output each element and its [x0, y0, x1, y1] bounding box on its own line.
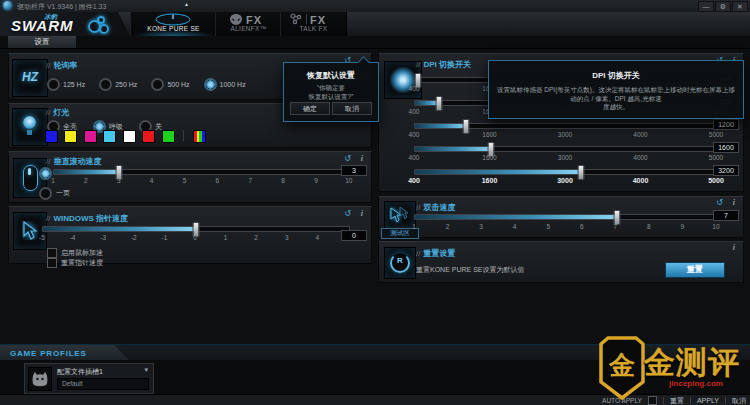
tooltip-title: DPI 切换开关: [489, 70, 743, 81]
tick-label: 1: [214, 234, 238, 241]
panel-doubleclick: 测试区 //双击速度 12345678910 7 ↺ i: [378, 196, 744, 238]
dpi-ticks: 4001600300040005000: [414, 154, 716, 161]
footer-reset-button[interactable]: 重置: [670, 396, 684, 405]
scroll-value-box: 3: [341, 165, 367, 176]
auto-apply-checkbox[interactable]: [648, 396, 657, 405]
radio-500hz[interactable]: 500 Hz: [151, 75, 189, 93]
pointer-reset-checkbox[interactable]: 重置指针速度: [47, 253, 103, 271]
nav-talkfx[interactable]: FX TALK FX: [280, 12, 347, 36]
footer-cancel-button[interactable]: 取消: [732, 396, 746, 405]
color-swatches: [45, 130, 208, 148]
color-swatch-magenta[interactable]: [84, 130, 97, 143]
tick-label: 4: [503, 223, 527, 230]
dpi-slider-3[interactable]: [414, 123, 718, 129]
doubleclick-slider[interactable]: [414, 214, 718, 220]
color-swatch-multicolor[interactable]: [193, 130, 206, 143]
divider: [663, 397, 664, 404]
pointer-ticks: -5-4-3-2-1012345: [42, 234, 348, 241]
color-swatch-blue[interactable]: [45, 130, 58, 143]
title-prefix: //: [46, 214, 50, 223]
undo-icon[interactable]: ↺: [716, 199, 723, 207]
tick-label: 3000: [553, 177, 577, 184]
color-swatch-white[interactable]: [123, 130, 136, 143]
tick-label: -3: [91, 234, 115, 241]
radio-label: 全亮: [63, 123, 77, 130]
radio-1000hz[interactable]: 1000 Hz: [204, 75, 246, 93]
settings-gear-button[interactable]: ⚙: [715, 1, 731, 12]
polling-options: 125 Hz 250 Hz 500 Hz 1000 Hz: [47, 75, 246, 93]
color-swatch-red[interactable]: [142, 130, 155, 143]
close-button[interactable]: ✕: [732, 1, 748, 12]
color-swatch-yellow[interactable]: [64, 130, 77, 143]
radio-scroll-one-page[interactable]: [39, 187, 52, 200]
roccat-cat-icon: [28, 367, 52, 391]
chevron-down-icon[interactable]: ▾: [144, 366, 148, 374]
tick-label: 4: [305, 234, 329, 241]
dpi-slider-5[interactable]: [414, 169, 718, 175]
mouse-wheel: [28, 168, 31, 175]
footer-apply-button[interactable]: APPLY: [697, 397, 719, 404]
undo-icon[interactable]: ↺: [344, 155, 351, 163]
checkbox-label: 重置指针速度: [61, 259, 103, 266]
tick-label: -5: [30, 234, 54, 241]
dpi-ticks: 4001600300040005000: [414, 131, 716, 138]
color-swatch-green[interactable]: [162, 130, 175, 143]
panel-pointer-speed: //WINDOWS 指针速度 -5-4-3-2-1012345 0 启用鼠标加速…: [8, 206, 372, 264]
popup-body-line1: “你确定要: [284, 84, 378, 93]
slider-fill: [415, 170, 581, 174]
tick-label: 8: [271, 177, 295, 184]
info-icon[interactable]: i: [361, 155, 363, 163]
dpi-info-tooltip: DPI 切换开关 设置鼠标传感器 DPI(每英寸点数)。这决定将鼠标在鼠标垫上移…: [488, 60, 744, 119]
confirm-button[interactable]: 确定: [290, 102, 330, 115]
tab-bar: 设置: [0, 36, 750, 49]
cancel-button[interactable]: 取消: [332, 102, 372, 115]
scroll-title-label: 垂直滚动速度: [53, 157, 101, 166]
tick-label: 4000: [629, 131, 653, 138]
scroll-slider[interactable]: [53, 169, 351, 175]
panel-title: //重置设置: [416, 248, 455, 259]
reset-button[interactable]: 重置: [665, 262, 725, 278]
info-icon[interactable]: i: [361, 210, 363, 218]
radio-125hz[interactable]: 125 Hz: [47, 75, 85, 93]
doubleclick-ticks: 12345678910: [414, 223, 716, 230]
info-icon[interactable]: i: [733, 244, 735, 252]
divider: [306, 14, 307, 24]
popup-title: 恢复默认设置: [284, 70, 378, 81]
nav-device-kone-pure-se[interactable]: KONE PURE SE: [130, 12, 217, 36]
undo-icon[interactable]: ↺: [344, 210, 351, 218]
one-page-label: 一页: [56, 188, 70, 198]
reset-letter: R: [390, 256, 410, 265]
tick-label: 2: [436, 223, 460, 230]
slider-fill: [415, 215, 617, 219]
polling-title-label: 轮询率: [53, 61, 77, 70]
logo-ring-icon: [97, 16, 105, 24]
profile-name-field[interactable]: Default: [57, 378, 149, 390]
color-swatch-cyan[interactable]: [103, 130, 116, 143]
radio-label: 500 Hz: [167, 81, 189, 88]
radio-dot: [47, 78, 60, 91]
radio-dot: [151, 78, 164, 91]
pointer-title-label: WINDOWS 指针速度: [53, 214, 128, 223]
profile-slot-1[interactable]: 配置文件插槽1 ▾ Default: [24, 363, 154, 394]
game-profiles-tab[interactable]: GAME PROFILES: [0, 345, 130, 361]
tab-settings[interactable]: 设置: [8, 36, 76, 48]
tick-label: 5: [173, 177, 197, 184]
minimize-button[interactable]: —: [698, 1, 714, 12]
swarm-logo: 冰豹 SWARM: [0, 12, 130, 36]
title-prefix: //: [46, 108, 50, 117]
device-dropdown-chevron-icon[interactable]: ▴: [185, 0, 188, 7]
title-prefix: //: [416, 60, 420, 69]
pointer-slider[interactable]: [42, 226, 350, 232]
tick-label: 1: [41, 177, 65, 184]
dpi-slider-4[interactable]: [414, 146, 718, 152]
tick-label: 3000: [553, 154, 577, 161]
bulb-base: [27, 130, 32, 135]
reset-description: 重置KONE PURE SE设置为默认值: [416, 265, 525, 275]
radio-250hz[interactable]: 250 Hz: [99, 75, 137, 93]
nav-alienfx[interactable]: FX ALIENFX™: [215, 12, 282, 36]
title-prefix: //: [416, 249, 420, 258]
divider: [183, 130, 184, 141]
info-icon[interactable]: i: [733, 199, 735, 207]
swarm-app-window: 驱动程序 V1.9346 | 固件1.33 — ⚙ ✕ 冰豹 SWARM KON…: [0, 0, 750, 405]
talkfx-nodes-icon: [289, 13, 303, 25]
